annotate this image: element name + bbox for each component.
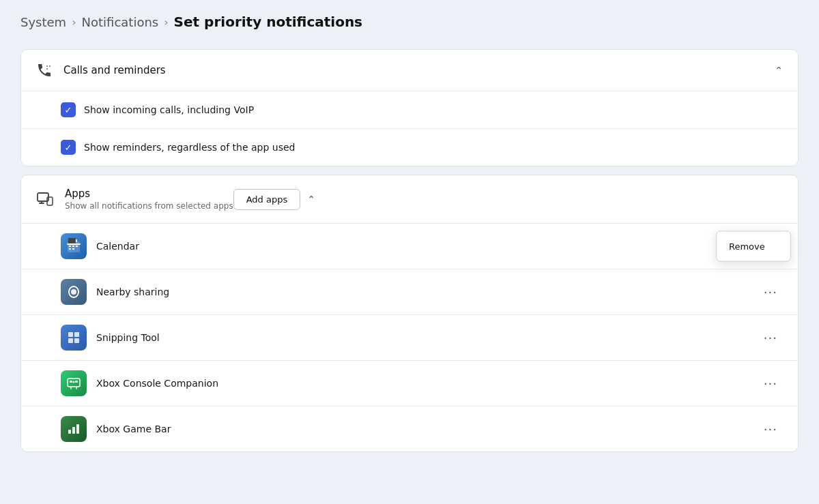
xbox-bar-row: Xbox Game Bar ··· (21, 406, 798, 451)
svg-text:⬛: ⬛ (68, 238, 76, 244)
xbox-bar-name: Xbox Game Bar (96, 424, 749, 434)
svg-rect-5 (76, 246, 78, 247)
xbox-console-row: Xbox Console Companion ··· (21, 361, 798, 406)
xbox-bar-icon (61, 416, 87, 442)
check-icon: ✓ (65, 105, 72, 115)
svg-rect-3 (69, 246, 71, 247)
reminders-label: Show reminders, regardless of the app us… (84, 142, 295, 153)
incoming-calls-row: ✓ Show incoming calls, including VoIP (21, 91, 798, 128)
calendar-icon: ⬛ (61, 233, 87, 259)
breadcrumb-current: Set priority notifications (174, 14, 362, 30)
apps-header-actions: Add apps ⌃ (233, 189, 315, 210)
svg-rect-19 (72, 427, 75, 434)
breadcrumb-sep-2: › (164, 16, 168, 29)
svg-rect-6 (69, 248, 71, 250)
reminders-row: ✓ Show reminders, regardless of the app … (21, 129, 798, 166)
calls-reminders-title: Calls and reminders (63, 64, 775, 76)
snipping-tool-name: Snipping Tool (96, 332, 749, 343)
check-icon-2: ✓ (65, 143, 72, 153)
apps-icon (36, 190, 54, 208)
nearby-sharing-row: Nearby sharing ··· (21, 269, 798, 314)
add-apps-button[interactable]: Add apps (233, 189, 301, 210)
breadcrumb: System › Notifications › Set priority no… (20, 14, 799, 30)
snipping-icon (61, 325, 87, 351)
nearby-icon (61, 279, 87, 305)
reminders-checkbox[interactable]: ✓ (61, 140, 76, 155)
svg-rect-16 (75, 381, 78, 383)
svg-rect-15 (70, 381, 72, 383)
xbox-console-icon (61, 370, 87, 396)
breadcrumb-sep-1: › (72, 16, 76, 29)
phone-icon (36, 62, 53, 78)
remove-menu-item[interactable]: Remove (717, 236, 790, 257)
svg-rect-7 (72, 248, 74, 250)
apps-title: Apps (65, 188, 233, 200)
breadcrumb-system[interactable]: System (20, 15, 66, 29)
calendar-name: Calendar (96, 241, 783, 252)
nearby-more-button[interactable]: ··· (758, 282, 783, 302)
apps-header[interactable]: Apps Show all notifications from selecte… (21, 175, 798, 223)
svg-rect-12 (68, 338, 73, 343)
calendar-row: ⬛ Calendar Remove (21, 224, 798, 269)
apps-subtitle: Show all notifications from selected app… (65, 201, 233, 211)
calls-reminders-actions: ⌃ (775, 65, 783, 76)
svg-rect-13 (74, 338, 79, 343)
breadcrumb-notifications[interactable]: Notifications (82, 15, 159, 29)
xbox-console-more-button[interactable]: ··· (758, 374, 783, 394)
svg-rect-4 (72, 246, 74, 247)
xbox-bar-more-button[interactable]: ··· (758, 419, 783, 439)
calls-reminders-chevron[interactable]: ⌃ (775, 65, 783, 76)
svg-rect-11 (74, 332, 79, 337)
calls-reminders-header[interactable]: Calls and reminders ⌃ (21, 50, 798, 91)
svg-rect-20 (76, 424, 79, 434)
snipping-more-button[interactable]: ··· (758, 328, 783, 348)
xbox-console-name: Xbox Console Companion (96, 378, 749, 389)
snipping-tool-row: Snipping Tool ··· (21, 315, 798, 360)
incoming-calls-label: Show incoming calls, including VoIP (84, 104, 254, 115)
nearby-sharing-name: Nearby sharing (96, 286, 749, 297)
apps-header-content: Apps Show all notifications from selecte… (65, 188, 233, 211)
apps-card: Apps Show all notifications from selecte… (20, 175, 799, 452)
svg-point-9 (71, 289, 76, 295)
incoming-calls-checkbox[interactable]: ✓ (61, 102, 76, 117)
svg-rect-18 (68, 430, 71, 434)
calls-reminders-card: Calls and reminders ⌃ ✓ Show incoming ca… (20, 49, 799, 166)
svg-point-17 (73, 381, 75, 383)
calendar-context-menu: Remove (716, 231, 791, 262)
apps-chevron[interactable]: ⌃ (307, 194, 315, 205)
svg-rect-10 (68, 332, 73, 337)
